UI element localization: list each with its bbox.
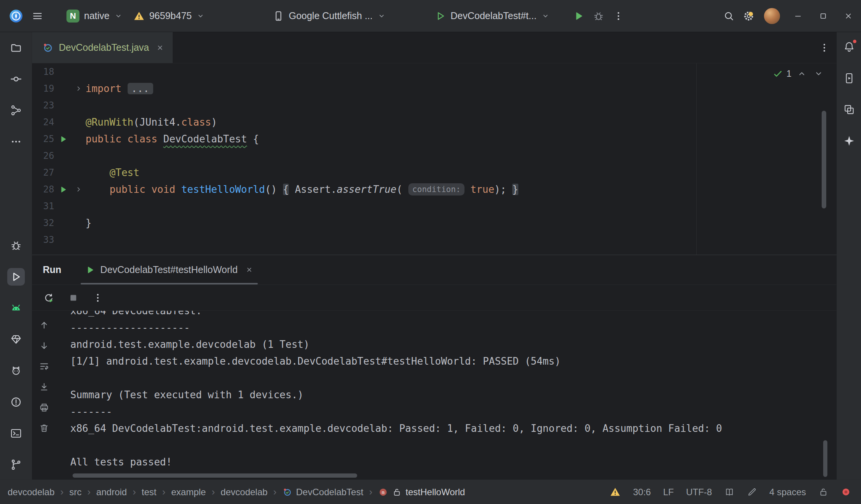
editor-scrollbar[interactable] (822, 111, 826, 208)
file-encoding[interactable]: UTF-8 (686, 487, 712, 498)
code-text[interactable]: } (86, 215, 92, 231)
reader-mode-icon[interactable] (724, 487, 735, 497)
next-occurrence-button[interactable] (36, 339, 52, 352)
running-devices-tool-button[interactable] (840, 69, 858, 87)
clear-all-button[interactable] (36, 422, 52, 435)
tab-list-button[interactable] (812, 32, 837, 63)
line-number[interactable]: 33 (32, 231, 54, 248)
breadcrumb-item-src[interactable]: src (69, 487, 81, 498)
line-number[interactable]: 23 (32, 97, 54, 114)
breadcrumb-item-devcodelabtest[interactable]: DevCodelabTest (282, 487, 363, 498)
breadcrumb-item-devcodelab[interactable]: devcodelab (221, 487, 268, 498)
vcs-branch-selector[interactable]: 9659b475 (128, 5, 210, 27)
window-maximize-button[interactable] (811, 0, 836, 32)
breadcrumb-item-testhelloworld[interactable]: mtestHelloWorld (378, 487, 465, 498)
code-editor[interactable]: 1819import ...2324@RunWith(JUnit4.class)… (32, 63, 837, 255)
console-line[interactable]: android.test.example.devcodelab (1 Test) (70, 336, 837, 353)
rerun-test-button[interactable] (40, 289, 58, 307)
tab-devcodelabtest-java[interactable]: DevCodelabTest.java (32, 32, 173, 63)
code-text[interactable]: @Test (86, 164, 139, 181)
console-line[interactable]: x86_64 DevCodelabTest:android.test.examp… (70, 420, 837, 437)
scroll-to-end-button[interactable] (36, 380, 52, 393)
code-line-25[interactable]: 25public class DevCodelabTest { (32, 131, 837, 147)
device-selector[interactable]: Google Cuttlefish ... (267, 5, 391, 27)
previous-occurrence-button[interactable] (36, 318, 52, 331)
run-tab-devcodelabtest[interactable]: DevCodelabTest#testHelloWorld (79, 255, 259, 284)
line-number[interactable]: 18 (32, 63, 54, 80)
settings-button[interactable] (739, 5, 759, 27)
code-line-27[interactable]: 27 @Test (32, 164, 837, 181)
run-tool-button[interactable] (7, 268, 25, 286)
breadcrumb-item-example[interactable]: example (171, 487, 206, 498)
debug-tool-button[interactable] (7, 237, 25, 254)
more-options-button[interactable] (89, 289, 107, 307)
main-menu-button[interactable] (28, 5, 47, 27)
caret-position[interactable]: 30:6 (633, 487, 651, 498)
gemini-assistant-tool-button[interactable] (840, 132, 858, 150)
console-output[interactable]: x86_64 DevCodelabTest:------------------… (56, 311, 837, 480)
console-line[interactable]: ------- (70, 403, 837, 420)
version-control-tool-button[interactable] (7, 456, 25, 473)
structure-tool-button[interactable] (7, 102, 25, 119)
breadcrumb-item-devcodelab[interactable]: devcodelab (8, 487, 55, 498)
breadcrumb-item-test[interactable]: test (142, 487, 157, 498)
search-everywhere-button[interactable] (719, 5, 739, 27)
debug-button[interactable] (589, 5, 609, 27)
line-number[interactable]: 27 (32, 164, 54, 181)
next-problem-button[interactable] (812, 67, 825, 80)
line-number[interactable]: 25 (32, 131, 54, 147)
print-button[interactable] (36, 401, 52, 414)
line-separator[interactable]: LF (663, 487, 674, 498)
gutter-fold-column[interactable] (72, 80, 86, 97)
indent-setting[interactable]: 4 spaces (769, 487, 806, 498)
code-line-24[interactable]: 24@RunWith(JUnit4.class) (32, 114, 837, 131)
more-actions-button[interactable] (609, 5, 628, 27)
recording-indicator-icon[interactable] (841, 487, 851, 497)
problems-tool-button[interactable] (7, 393, 25, 411)
line-number[interactable]: 19 (32, 80, 54, 97)
console-horizontal-scrollbar[interactable] (73, 473, 357, 478)
window-minimize-button[interactable] (785, 0, 811, 32)
gutter-fold-column[interactable] (72, 181, 86, 198)
more-tool-windows-tool-button[interactable] (7, 133, 25, 150)
console-line[interactable]: -------------------- (70, 319, 837, 336)
code-text[interactable]: public void testHelloWorld() { Assert.as… (86, 181, 518, 198)
app-quality-insights-tool-button[interactable] (7, 331, 25, 348)
soft-wrap-button[interactable] (36, 360, 52, 373)
stop-button[interactable] (64, 289, 83, 307)
run-configuration-selector[interactable]: DevCodelabTest#t... (429, 5, 555, 27)
code-line-28[interactable]: 28 public void testHelloWorld() { Assert… (32, 181, 837, 198)
window-close-button[interactable] (836, 0, 861, 32)
console-line[interactable]: [1/1] android.test.example.devcodelab.De… (70, 353, 837, 370)
code-line-18[interactable]: 18 (32, 63, 837, 80)
logcat-tool-button[interactable] (7, 362, 25, 380)
notifications-tool-button[interactable] (840, 38, 858, 56)
line-number[interactable]: 24 (32, 114, 54, 131)
console-line[interactable]: Summary (Test executed with 1 devices.) (70, 386, 837, 403)
line-number[interactable]: 26 (32, 147, 54, 164)
inspections-widget[interactable]: 1 (773, 67, 825, 80)
gutter-run-column[interactable] (54, 181, 72, 198)
console-line[interactable] (70, 370, 837, 386)
device-manager-tool-button[interactable] (840, 101, 858, 118)
code-line-32[interactable]: 32} (32, 215, 837, 231)
run-tab-close-icon[interactable] (245, 266, 253, 274)
terminal-tool-button[interactable] (7, 425, 25, 442)
code-text[interactable]: public class DevCodelabTest { (86, 131, 259, 147)
code-line-23[interactable]: 23 (32, 97, 837, 114)
warning-icon[interactable] (610, 486, 621, 498)
code-line-31[interactable]: 31 (32, 198, 837, 215)
console-line[interactable] (70, 437, 837, 454)
breadcrumb-item-android[interactable]: android (96, 487, 127, 498)
console-line[interactable]: x86_64 DevCodelabTest: (70, 311, 837, 319)
unlock-icon[interactable] (818, 487, 829, 497)
commit-tool-button[interactable] (7, 70, 25, 88)
code-line-26[interactable]: 26 (32, 147, 837, 164)
previous-problem-button[interactable] (795, 67, 808, 80)
project-selector[interactable]: N native (61, 5, 128, 27)
code-text[interactable]: @RunWith(JUnit4.class) (86, 114, 217, 131)
code-line-33[interactable]: 33 (32, 231, 837, 248)
highlighting-level-icon[interactable] (747, 487, 757, 497)
user-avatar[interactable] (764, 8, 780, 24)
line-number[interactable]: 32 (32, 215, 54, 231)
